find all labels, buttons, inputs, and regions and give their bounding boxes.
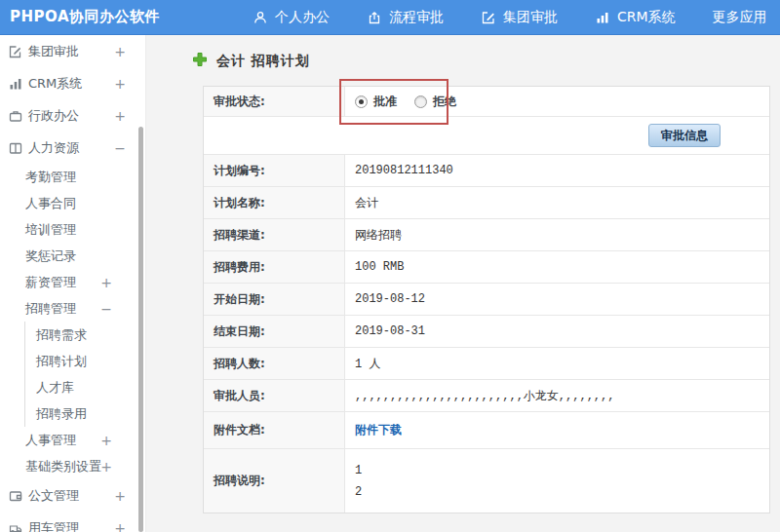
form-row-plan-name: 计划名称: 会计 — [204, 186, 769, 218]
nav-more-apps[interactable]: 更多应用 — [713, 9, 767, 26]
approval-info-button[interactable]: 审批信息 — [648, 124, 721, 147]
plan-number-value: 20190812111340 — [345, 155, 769, 186]
expand-icon[interactable]: + — [100, 433, 112, 448]
sidebar-item-attendance-mgmt[interactable]: 考勤管理 — [0, 164, 145, 190]
process-icon — [367, 10, 382, 25]
form-row-attachment: 附件文档: 附件下载 — [204, 411, 769, 448]
attachment-download-link[interactable]: 附件下载 — [355, 422, 402, 438]
description-line: 2 — [355, 485, 362, 499]
expand-icon[interactable]: + — [114, 108, 126, 124]
sidebar-item-recruit-demand[interactable]: 招聘需求 — [25, 322, 145, 348]
nav-crm-system[interactable]: CRM系统 — [595, 9, 676, 26]
status-radio-group: 批准 拒绝 — [355, 94, 456, 110]
sidebar-item-salary-mgmt[interactable]: 薪资管理 + — [0, 269, 145, 295]
sidebar-item-training-mgmt[interactable]: 培训管理 — [0, 216, 145, 243]
radio-option-approve: 批准 — [355, 94, 397, 110]
recruit-cost-value: 100 RMB — [345, 251, 769, 283]
document-icon — [8, 488, 23, 504]
car-icon — [8, 520, 23, 532]
sidebar-item-recruit-mgmt[interactable]: 招聘管理 − — [0, 295, 145, 322]
recruit-plan-form: 审批状态: 批准 拒绝 — [203, 86, 770, 513]
radio-option-reject: 拒绝 — [414, 94, 456, 110]
topbar: PHPOA协同办公软件 个人办公 流程审批 集团审批 — [0, 0, 780, 35]
sidebar-item-talent-pool[interactable]: 人才库 — [25, 374, 145, 400]
sidebar-item-base-category-settings[interactable]: 基础类别设置 + — [0, 453, 145, 479]
expand-icon[interactable]: + — [114, 76, 126, 92]
expand-icon[interactable]: + — [100, 459, 112, 475]
form-row-plan-number: 计划编号: 20190812111340 — [204, 154, 769, 186]
edit-square-icon — [8, 44, 23, 59]
sidebar-item-recruit-plan[interactable]: 招聘计划 — [25, 348, 145, 374]
add-plus-icon — [191, 51, 209, 71]
sidebar: 集团审批 + CRM系统 + 行政办公 + 人力资源 − 考勤管理 — [0, 35, 146, 532]
bar-chart-icon — [595, 10, 610, 25]
bar-chart-icon — [8, 76, 23, 92]
book-icon — [8, 140, 23, 156]
approvers-value: ,,,,,,,,,,,,,,,,,,,,,,,,小龙女,,,,,,,, — [345, 380, 769, 411]
collapse-icon[interactable]: − — [100, 301, 112, 317]
briefcase-icon — [8, 108, 23, 124]
reject-radio[interactable] — [414, 95, 427, 108]
form-row-status: 审批状态: 批准 拒绝 — [204, 87, 769, 116]
collapse-icon[interactable]: − — [114, 140, 126, 156]
expand-icon[interactable]: + — [114, 520, 126, 532]
form-row-recruit-cost: 招聘费用: 100 RMB — [204, 250, 769, 283]
form-row-recruit-channel: 招聘渠道: 网络招聘 — [204, 218, 769, 250]
page-title: 会计 招聘计划 — [191, 51, 310, 71]
sidebar-item-admin-office[interactable]: 行政办公 + — [0, 99, 145, 132]
main-content: 会计 招聘计划 审批状态: 批准 拒绝 — [146, 35, 780, 532]
expand-icon[interactable]: + — [114, 44, 126, 59]
sidebar-item-human-resources[interactable]: 人力资源 − — [0, 132, 145, 164]
nav-group-approval[interactable]: 集团审批 — [481, 9, 558, 26]
app-window: PHPOA协同办公软件 个人办公 流程审批 集团审批 — [0, 0, 780, 532]
sidebar-item-recruit-hire[interactable]: 招聘录用 — [25, 400, 145, 427]
start-date-value: 2019-08-12 — [345, 284, 769, 315]
form-row-end-date: 结束日期: 2019-08-31 — [204, 315, 769, 347]
sidebar-item-personnel-mgmt[interactable]: 人事管理 + — [0, 427, 145, 453]
recruit-channel-value: 网络招聘 — [345, 219, 769, 250]
form-row-description: 招聘说明: 1 2 — [204, 448, 769, 513]
end-date-value: 2019-08-31 — [345, 316, 769, 347]
approve-radio[interactable] — [355, 95, 368, 108]
sidebar-item-document-mgmt[interactable]: 公文管理 + — [0, 479, 145, 512]
sidebar-item-reward-records[interactable]: 奖惩记录 — [0, 243, 145, 269]
description-line: 1 — [355, 464, 362, 477]
sidebar-item-hr-contract[interactable]: 人事合同 — [0, 190, 145, 216]
form-row-approve-button: 审批信息 — [204, 116, 769, 154]
sidebar-item-vehicle-mgmt[interactable]: 用车管理 + — [0, 512, 145, 532]
sidebar-item-crm-system[interactable]: CRM系统 + — [0, 67, 145, 99]
brand-logo: PHPOA协同办公软件 — [10, 8, 160, 26]
form-row-start-date: 开始日期: 2019-08-12 — [204, 283, 769, 315]
expand-icon[interactable]: + — [114, 488, 126, 504]
expand-icon[interactable]: + — [100, 275, 112, 290]
recruit-submenu: 招聘需求 招聘计划 人才库 招聘录用 — [24, 322, 145, 427]
headcount-value: 1 人 — [345, 348, 769, 379]
form-row-headcount: 招聘人数: 1 人 — [204, 347, 769, 379]
sidebar-item-group-approval[interactable]: 集团审批 + — [0, 35, 145, 67]
sidebar-scrollbar[interactable] — [138, 127, 143, 532]
form-row-approvers: 审批人员: ,,,,,,,,,,,,,,,,,,,,,,,,小龙女,,,,,,,… — [204, 379, 769, 411]
edit-icon — [481, 10, 496, 25]
user-icon — [253, 10, 268, 25]
nav-process-approval[interactable]: 流程审批 — [367, 9, 444, 26]
plan-name-value: 会计 — [345, 187, 769, 218]
top-navigation: 个人办公 流程审批 集团审批 CRM系统 更多应用 — [234, 9, 780, 26]
nav-personal-office[interactable]: 个人办公 — [253, 9, 330, 26]
